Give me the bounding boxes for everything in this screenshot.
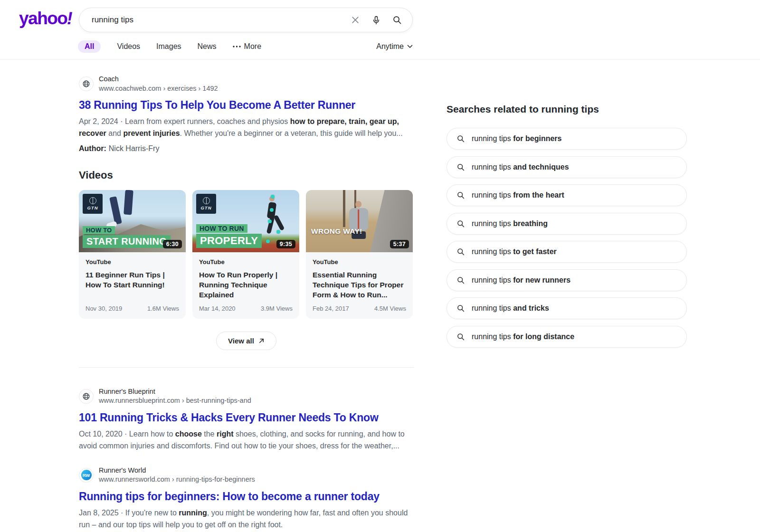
query-prefix: running tips (472, 276, 511, 284)
video-title: How To Run Properly | Running Technique … (199, 270, 293, 300)
site-name: Runner's World (99, 466, 255, 475)
ellipsis-icon (233, 46, 241, 48)
author-name: Nick Harris-Fry (109, 144, 160, 152)
query-prefix: running tips (472, 304, 511, 312)
video-views: 3.9M Views (261, 305, 293, 312)
video-card-wrong-way[interactable]: WRONG WAY! 5:37 YouTube Essential Runnin… (306, 190, 413, 319)
site-url: www.coachweb.com › exercises › 1492 (99, 84, 218, 94)
search-result-runners-blueprint: Runner's Blueprint www.runnersblueprint.… (79, 387, 414, 452)
microphone-icon[interactable] (370, 14, 382, 26)
tab-all[interactable]: All (78, 40, 101, 53)
query-prefix: running tips (472, 247, 511, 256)
related-query: running tipsfor new runners (472, 276, 570, 285)
videos-carousel: GTN HOW TO START RUNNING 6:30 YouTube 11… (79, 190, 414, 319)
mocap-dot (276, 230, 280, 234)
query-suffix: for new runners (513, 276, 570, 284)
tab-more[interactable]: More (233, 42, 261, 51)
magnifier-icon (456, 191, 465, 200)
related-query: running tipsto get faster (472, 247, 557, 256)
tab-more-label: More (244, 42, 261, 51)
site-name: Runner's Blueprint (99, 387, 251, 397)
video-title: 11 Beginner Run Tips | How To Start Runn… (86, 270, 179, 290)
mocap-dot (266, 239, 270, 243)
result-source: Coach www.coachweb.com › exercises › 149… (79, 75, 414, 93)
time-filter-label: Anytime (376, 42, 404, 51)
query-suffix: from the heart (513, 191, 564, 199)
video-views: 4.5M Views (374, 305, 406, 312)
thumbnail-caption: HOW TO START RUNNING (83, 226, 171, 248)
query-prefix: running tips (472, 219, 511, 228)
video-duration-badge: 6:30 (163, 240, 182, 248)
result-description: Jan 8, 2025 · If you're new to running, … (79, 507, 410, 531)
result-title-link[interactable]: 101 Running Tricks & Hacks Every Runner … (79, 411, 379, 425)
magnifier-icon (456, 304, 465, 313)
query-suffix: and tricks (513, 304, 549, 312)
view-all-videos-button[interactable]: View all (216, 332, 276, 350)
result-title-link[interactable]: 38 Running Tips To Help You Become A Bet… (79, 98, 355, 112)
magnifier-icon (456, 332, 465, 341)
mocap-dot (271, 195, 275, 199)
video-channel: YouTube (86, 258, 179, 266)
result-author: Author:Nick Harris-Fry (79, 144, 414, 153)
yahoo-logo-text: yahoo (19, 9, 67, 28)
query-prefix: running tips (472, 163, 511, 171)
thumbnail-caption: WRONG WAY! (311, 227, 362, 236)
gtn-globe-icon (203, 197, 210, 204)
result-title-link[interactable]: Running tips for beginners: How to becom… (79, 490, 380, 504)
magnifier-icon (456, 134, 465, 143)
clear-search-icon[interactable] (350, 14, 361, 26)
time-filter-dropdown[interactable]: Anytime (376, 42, 413, 51)
video-meta: Mar 14, 2020 3.9M Views (199, 305, 293, 312)
query-suffix: to get faster (513, 247, 557, 256)
related-searches-panel: Searches related to running tips running… (446, 60, 687, 354)
gtn-logo-text: GTN (200, 205, 211, 210)
video-card-run-properly[interactable]: GTN HOW TO RUN PROPERLY 9:35 YouTube How… (192, 190, 299, 319)
thumbnail-caption-line1: HOW TO RUN (196, 224, 247, 233)
view-all-label: View all (228, 337, 254, 345)
gtn-logo-text: GTN (87, 205, 98, 210)
yahoo-logo[interactable]: yahoo! (19, 10, 72, 27)
related-search-and-techniques[interactable]: running tipsand techniques (446, 156, 687, 178)
result-description: Apr 2, 2024 · Learn from expert runners,… (79, 115, 410, 139)
search-bar-icons (350, 14, 403, 26)
magnifier-icon (456, 163, 465, 171)
video-duration-badge: 5:37 (390, 240, 409, 248)
related-query: running tipsfor beginners (472, 134, 561, 143)
tab-images[interactable]: Images (156, 42, 181, 51)
gtn-channel-logo: GTN (196, 194, 216, 214)
result-source: Runner's Blueprint www.runnersblueprint.… (79, 387, 414, 406)
globe-favicon (79, 389, 94, 404)
video-thumbnail: GTN HOW TO START RUNNING 6:30 (79, 190, 186, 252)
related-search-for-beginners[interactable]: running tipsfor beginners (446, 128, 687, 150)
gtn-channel-logo: GTN (83, 194, 103, 214)
tab-videos[interactable]: Videos (117, 42, 140, 51)
search-input[interactable] (91, 15, 350, 25)
runners-world-favicon: RW (79, 468, 94, 483)
video-card-body: YouTube How To Run Properly | Running Te… (192, 252, 299, 319)
video-date: Mar 14, 2020 (199, 305, 236, 312)
rw-monogram: RW (81, 470, 92, 480)
site-url: www.runnersblueprint.com › best-running-… (99, 396, 251, 406)
related-search-to-get-faster[interactable]: running tipsto get faster (446, 241, 687, 263)
thumbnail-caption-line2: PROPERLY (196, 234, 262, 248)
mocap-dot (268, 219, 272, 223)
runner-leg-graphic (266, 216, 275, 234)
related-search-breathing[interactable]: running tipsbreathing (446, 213, 687, 235)
result-description: Oct 10, 2020 · Learn how to choose the r… (79, 428, 410, 452)
related-search-for-long-distance[interactable]: running tipsfor long distance (446, 326, 687, 348)
related-search-from-the-heart[interactable]: running tipsfrom the heart (446, 184, 687, 206)
search-tabs: All Videos Images News More Anytime (79, 40, 413, 53)
related-query: running tipsfor long distance (472, 332, 574, 341)
site-name: Coach (99, 75, 218, 84)
query-prefix: running tips (472, 191, 511, 199)
query-suffix: breathing (513, 219, 548, 228)
video-card-start-running[interactable]: GTN HOW TO START RUNNING 6:30 YouTube 11… (79, 190, 186, 319)
search-result-runners-world: RW Runner's World www.runnersworld.com ›… (79, 466, 414, 531)
tab-news[interactable]: News (198, 42, 217, 51)
query-suffix: and techniques (513, 163, 569, 171)
related-search-for-new-runners[interactable]: running tipsfor new runners (446, 269, 687, 291)
search-submit-icon[interactable] (391, 14, 403, 26)
related-search-and-tricks[interactable]: running tipsand tricks (446, 297, 687, 319)
video-date: Nov 30, 2019 (86, 305, 122, 312)
video-meta: Feb 24, 2017 4.5M Views (313, 305, 406, 312)
